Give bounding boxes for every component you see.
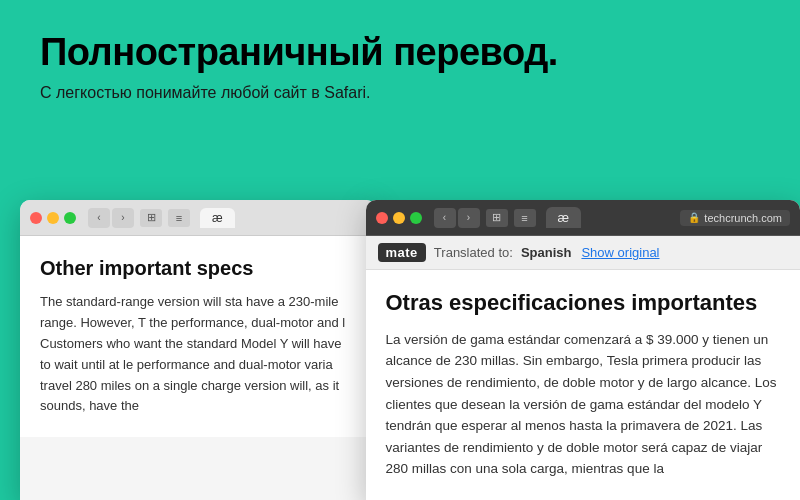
- browser-window-left: ‹ › ⊞ ≡ æ Other important specs The stan…: [20, 200, 376, 500]
- browser-window-right: ‹ › ⊞ ≡ æ 🔒 techcrunch.com mate Translat…: [366, 200, 801, 500]
- minimize-button[interactable]: [47, 212, 59, 224]
- fullscreen-button[interactable]: [64, 212, 76, 224]
- menu-icon[interactable]: ≡: [168, 209, 190, 227]
- fullscreen-button-right[interactable]: [410, 212, 422, 224]
- page-title: Полностраничный перевод.: [40, 32, 760, 74]
- left-browser-content: Other important specs The standard-range…: [20, 236, 376, 437]
- address-bar[interactable]: 🔒 techcrunch.com: [680, 210, 790, 226]
- tab-ae-symbol-right: æ: [558, 210, 570, 225]
- titlebar-left: ‹ › ⊞ ≡ æ: [20, 200, 376, 236]
- forward-button[interactable]: ›: [112, 208, 134, 228]
- language-label: Spanish: [521, 245, 572, 260]
- nav-buttons-left: ‹ ›: [88, 208, 134, 228]
- titlebar-right: ‹ › ⊞ ≡ æ 🔒 techcrunch.com: [366, 200, 801, 236]
- tab-ae-symbol: æ: [212, 211, 223, 225]
- show-original-button[interactable]: Show original: [581, 245, 659, 260]
- traffic-lights-right: [376, 212, 422, 224]
- tab-icon-right[interactable]: ⊞: [486, 209, 508, 227]
- tab-icon[interactable]: ⊞: [140, 209, 162, 227]
- left-content-heading: Other important specs: [40, 256, 356, 280]
- translated-label: Translated to:: [434, 245, 513, 260]
- right-content-heading: Otras especificaciones importantes: [386, 290, 781, 316]
- mate-translation-bar: mate Translated to: Spanish Show origina…: [366, 236, 801, 270]
- address-bar-area: 🔒 techcrunch.com: [680, 210, 790, 226]
- active-tab-right[interactable]: æ: [546, 207, 582, 228]
- back-button-right[interactable]: ‹: [434, 208, 456, 228]
- close-button[interactable]: [30, 212, 42, 224]
- forward-button-right[interactable]: ›: [458, 208, 480, 228]
- right-content-body: La versión de gama estándar comenzará a …: [386, 329, 781, 480]
- traffic-lights-left: [30, 212, 76, 224]
- close-button-right[interactable]: [376, 212, 388, 224]
- menu-icon-right[interactable]: ≡: [514, 209, 536, 227]
- nav-buttons-right: ‹ ›: [434, 208, 480, 228]
- address-text: techcrunch.com: [704, 212, 782, 224]
- mate-logo: mate: [378, 243, 426, 262]
- lock-icon: 🔒: [688, 212, 700, 223]
- right-browser-content: Otras especificaciones importantes La ve…: [366, 270, 801, 500]
- minimize-button-right[interactable]: [393, 212, 405, 224]
- page-subtitle: С легкостью понимайте любой сайт в Safar…: [40, 84, 760, 102]
- active-tab-left[interactable]: æ: [200, 208, 235, 228]
- back-button[interactable]: ‹: [88, 208, 110, 228]
- left-content-body: The standard-range version will sta have…: [40, 292, 356, 417]
